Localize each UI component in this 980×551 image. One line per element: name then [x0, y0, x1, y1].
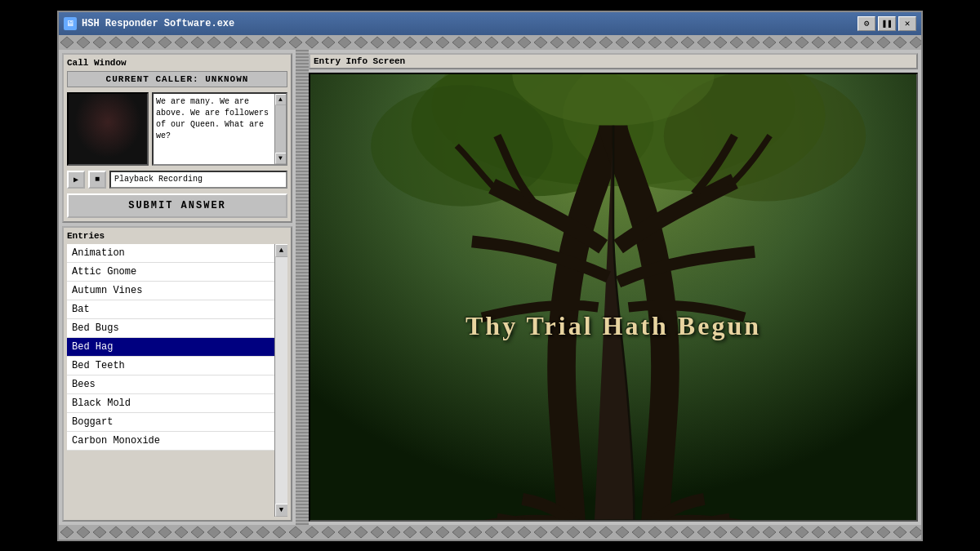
tree-background: Thy Trial Hath Begun [310, 74, 916, 520]
message-text: We are many. We are above. We are follow… [156, 97, 269, 140]
entry-info-screen: Thy Trial Hath Begun [309, 73, 918, 522]
playback-area: ▶ ■ Playback Recording [67, 171, 287, 189]
trial-overlay-text: Thy Trial Hath Begun [466, 311, 761, 341]
entry-item-animation[interactable]: Animation [67, 244, 274, 263]
window-title: HSH Responder Software.exe [82, 18, 853, 29]
entry-item-bed-teeth[interactable]: Bed Teeth [67, 357, 274, 375]
right-panel: Entry Info Screen [309, 50, 921, 525]
entries-title: Entries [67, 231, 287, 241]
main-content: Call Window CURRENT CALLER: UNKNOWN We a… [59, 50, 921, 525]
submit-answer-button[interactable]: SUBMIT ANSWER [67, 193, 287, 218]
close-button[interactable]: ✕ [898, 16, 916, 31]
settings-button[interactable]: ⚙ [858, 16, 875, 31]
video-box [67, 92, 149, 166]
left-panel: Call Window CURRENT CALLER: UNKNOWN We a… [59, 50, 296, 525]
entries-scroll-up[interactable]: ▲ [275, 244, 288, 257]
scroll-down-arrow[interactable]: ▼ [275, 153, 287, 164]
video-chat-area: We are many. We are above. We are follow… [67, 92, 287, 166]
call-window-title: Call Window [67, 58, 287, 68]
playback-label: Playback Recording [109, 171, 287, 189]
entry-item-boggart[interactable]: Boggart [67, 413, 274, 432]
main-window: 🖥 HSH Responder Software.exe ⚙ ❚❚ ✕ Call… [57, 11, 923, 541]
entry-item-bat[interactable]: Bat [67, 300, 274, 319]
entries-scrollbar: ▲ ▼ [274, 244, 287, 517]
entry-item-autumn-vines[interactable]: Autumn Vines [67, 282, 274, 300]
entry-item-attic-gnome[interactable]: Attic Gnome [67, 263, 274, 282]
entries-scroll-container: AnimationAttic GnomeAutumn VinesBatBed B… [67, 244, 287, 517]
entries-scroll-track [275, 257, 287, 504]
bottom-diamond-border [59, 525, 921, 540]
scroll-up-arrow[interactable]: ▲ [275, 94, 287, 105]
app-icon: 🖥 [64, 17, 77, 30]
message-scrollbar: ▲ ▼ [274, 94, 286, 164]
stop-button[interactable]: ■ [88, 171, 106, 189]
vertical-diamond-border [296, 50, 309, 525]
entries-list: AnimationAttic GnomeAutumn VinesBatBed B… [67, 244, 274, 517]
caller-label: CURRENT CALLER: UNKNOWN [67, 71, 287, 87]
title-bar: 🖥 HSH Responder Software.exe ⚙ ❚❚ ✕ [59, 12, 921, 35]
top-diamond-border [59, 35, 921, 50]
entry-item-carbon-monoxide[interactable]: Carbon Monoxide [67, 432, 274, 451]
play-button[interactable]: ▶ [67, 171, 85, 189]
entries-panel: Entries AnimationAttic GnomeAutumn Vines… [62, 226, 292, 522]
call-window: Call Window CURRENT CALLER: UNKNOWN We a… [62, 53, 292, 223]
window-controls: ⚙ ❚❚ ✕ [858, 16, 916, 31]
entry-info-title: Entry Info Screen [309, 53, 918, 69]
pause-button[interactable]: ❚❚ [878, 16, 896, 31]
message-box: We are many. We are above. We are follow… [152, 92, 287, 166]
entry-item-bees[interactable]: Bees [67, 375, 274, 394]
entries-scroll-down[interactable]: ▼ [275, 504, 288, 517]
entry-item-black-mold[interactable]: Black Mold [67, 394, 274, 413]
caller-video [69, 94, 147, 164]
entry-item-bed-hag[interactable]: Bed Hag [67, 338, 274, 357]
tree-svg [310, 74, 916, 520]
entry-item-bed-bugs[interactable]: Bed Bugs [67, 319, 274, 338]
